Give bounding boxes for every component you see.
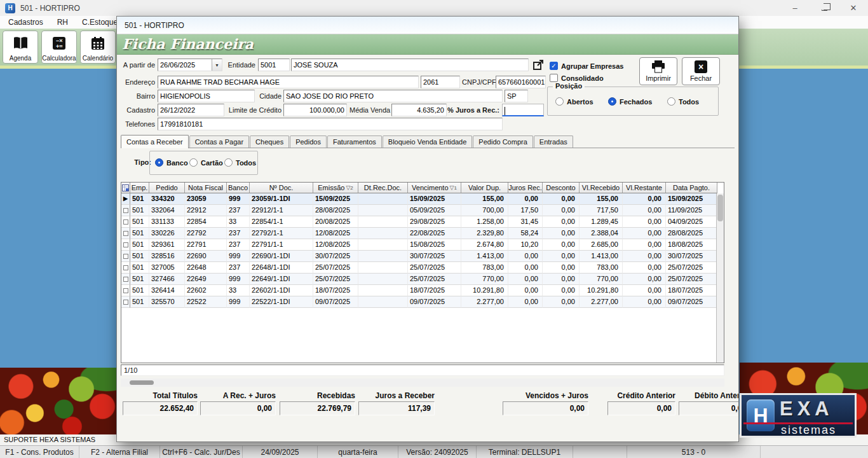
cell: 999 xyxy=(227,193,250,205)
grid-header-pedido[interactable]: Pedido xyxy=(149,183,185,193)
juros-rec-input[interactable] xyxy=(502,104,544,116)
entidade-code-input[interactable]: 5001 xyxy=(258,59,290,71)
cell: 0,00 xyxy=(623,228,666,239)
cadastro-label: Cadastro xyxy=(122,104,155,116)
radio-todos[interactable]: Todos xyxy=(224,158,256,167)
cell: 0,00 xyxy=(508,193,543,205)
toolbar-button-calendario[interactable]: Calendário xyxy=(80,31,116,64)
status-item-versao-24092025: Versão: 24092025 xyxy=(398,446,477,458)
grid-header-emissao[interactable]: Emissão▽2 xyxy=(313,183,358,193)
grid-header-desconto[interactable]: Desconto xyxy=(543,183,580,193)
grid-header-valor-dup[interactable]: Valor Dup. xyxy=(461,183,508,193)
consolidado-checkbox[interactable]: Consolidado xyxy=(550,73,604,83)
row-selector[interactable] xyxy=(121,274,130,285)
row-selector[interactable] xyxy=(121,239,130,251)
radio-cartao[interactable]: Cartão xyxy=(189,158,223,167)
grid-select-all-header[interactable] xyxy=(121,183,130,193)
restore-button[interactable] xyxy=(810,0,839,16)
horizontal-scrollbar-thumb[interactable] xyxy=(130,380,154,385)
cadastro-input[interactable]: 26/12/2022 xyxy=(158,104,224,116)
table-row[interactable]: 5013255702252299922522/1-1DI09/07/202509… xyxy=(121,296,724,308)
row-counter: 1/10 xyxy=(121,364,724,376)
tab-pedido-compra[interactable]: Pedido Compra xyxy=(473,135,532,148)
table-row[interactable]: 5013285162269099922690/1-1DI30/07/202530… xyxy=(121,251,724,262)
cell: 15/08/2025 xyxy=(408,239,461,251)
agrupar-empresas-checkbox[interactable]: ✓Agrupar Empresas xyxy=(550,61,623,71)
dialog-titlebar[interactable]: 501 - HORTIPRO xyxy=(117,17,738,34)
cell: 2.329,80 xyxy=(461,228,508,239)
tab-contas-a-receber[interactable]: Contas a Receber xyxy=(121,135,189,148)
cidade-input[interactable]: SAO JOSE DO RIO PRETO xyxy=(283,90,503,102)
total-label-credito-anterior: Crédito Anterior xyxy=(607,391,675,400)
entidade-name-input[interactable]: JOSÉ SOUZA xyxy=(291,59,529,71)
tab-faturamentos[interactable]: Faturamentos xyxy=(327,135,382,148)
open-entity-button[interactable] xyxy=(532,59,545,71)
cell: 155,00 xyxy=(461,193,508,205)
table-row[interactable]: 5013270052264823722648/1-1DI25/07/202525… xyxy=(121,262,724,274)
menu-item-rh[interactable]: RH xyxy=(50,18,75,27)
grid-header-n-doc[interactable]: Nº Doc. xyxy=(250,183,313,193)
tab-pedidos[interactable]: Pedidos xyxy=(290,135,327,148)
row-selector[interactable]: ▶ xyxy=(121,193,130,205)
row-selector[interactable] xyxy=(121,216,130,228)
row-selector[interactable] xyxy=(121,296,130,308)
row-selector[interactable] xyxy=(121,205,130,216)
close-button[interactable]: ✕ xyxy=(839,0,868,16)
cell: 331133 xyxy=(149,216,185,228)
radio-fechados[interactable]: Fechados xyxy=(608,97,652,106)
page-title: Ficha Financeira xyxy=(117,34,738,52)
bairro-input[interactable]: HIGIENOPOLIS xyxy=(158,90,255,102)
limite-credito-input[interactable]: 100.000,00 xyxy=(283,104,347,116)
row-selector[interactable] xyxy=(121,251,130,262)
grid-header-vl-recebido[interactable]: Vl.Recebido xyxy=(580,183,623,193)
grid-header-emp[interactable]: Emp. xyxy=(130,183,149,193)
row-selector[interactable] xyxy=(121,228,130,239)
toolbar-button-agenda[interactable]: Agenda xyxy=(3,31,38,64)
cnpj-input[interactable]: 65766016000155 xyxy=(496,76,546,88)
row-selector[interactable] xyxy=(121,262,130,274)
table-row[interactable]: 501331133228543322854/1-120/08/202529/08… xyxy=(121,216,724,228)
radio-banco[interactable]: Banco xyxy=(155,158,188,167)
radio-todos[interactable]: Todos xyxy=(667,97,699,106)
endereco-numero-input[interactable]: 2061 xyxy=(421,76,460,88)
cell: 22792 xyxy=(185,228,227,239)
table-row[interactable]: ▶5013343202305999923059/1-1DI15/09/20251… xyxy=(121,193,724,205)
tab-entradas[interactable]: Entradas xyxy=(534,135,573,148)
table-row[interactable]: 5013274662264999922649/1-1DI25/07/202525… xyxy=(121,274,724,285)
grid-header-vl-restante[interactable]: Vl.Restante xyxy=(623,183,666,193)
vertical-scrollbar-thumb[interactable] xyxy=(717,195,723,221)
tab-cheques[interactable]: Cheques xyxy=(250,135,289,148)
fechar-button[interactable]: × Fechar xyxy=(682,57,720,85)
cell: 501 xyxy=(130,216,149,228)
grid-header-juros-rec[interactable]: Juros Rec. xyxy=(508,183,543,193)
endereco-input[interactable]: RUA RAHME TRAD BECHARA HAGE xyxy=(158,76,419,88)
table-row[interactable]: 501326414226023322602/1-1DI18/07/202518/… xyxy=(121,285,724,296)
grid-header-vencimento[interactable]: Vencimento▽1 xyxy=(408,183,461,193)
horizontal-scrollbar[interactable] xyxy=(121,378,724,387)
grid-header-data-pagto[interactable]: Data Pagto. xyxy=(666,183,717,193)
calculator-icon: −×+= xyxy=(52,31,66,55)
tab-bloqueio-venda-entidade[interactable]: Bloqueio Venda Entidade xyxy=(383,135,473,148)
telefones-input[interactable]: 17991810181 xyxy=(158,118,503,130)
table-row[interactable]: 5013320642291223722912/1-128/08/202505/0… xyxy=(121,205,724,216)
uf-input[interactable]: SP xyxy=(505,90,528,102)
chevron-down-icon[interactable]: ▼ xyxy=(212,59,222,71)
row-selector[interactable] xyxy=(121,285,130,296)
imprimir-button[interactable]: Imprimir xyxy=(639,57,677,85)
a-partir-de-input[interactable]: 26/06/2025 ▼ xyxy=(158,59,222,71)
grid-header-nota-fiscal[interactable]: Nota Fiscal xyxy=(185,183,227,193)
table-row[interactable]: 5013302262279223722792/1-112/08/202522/0… xyxy=(121,228,724,239)
table-row[interactable]: 5013293612279123722791/1-112/08/202515/0… xyxy=(121,239,724,251)
toolbar-button-calculadora[interactable]: −×+=Calculadora xyxy=(41,31,77,64)
vertical-scrollbar[interactable] xyxy=(716,193,724,363)
cell: 155,00 xyxy=(580,193,623,205)
minimize-button[interactable]: – xyxy=(780,0,810,16)
cell: 0,00 xyxy=(623,193,666,205)
grid-header-dt-rec-doc[interactable]: Dt.Rec.Doc. xyxy=(358,183,408,193)
grid-header-banco[interactable]: Banco xyxy=(227,183,250,193)
radio-abertos[interactable]: Abertos xyxy=(555,97,593,106)
menu-item-cadastros[interactable]: Cadastros xyxy=(1,18,50,27)
total-label-debito-anterior: Débito Anterior xyxy=(679,391,739,400)
tab-contas-a-pagar[interactable]: Contas a Pagar xyxy=(189,135,249,148)
radio-selected-icon xyxy=(155,158,163,167)
